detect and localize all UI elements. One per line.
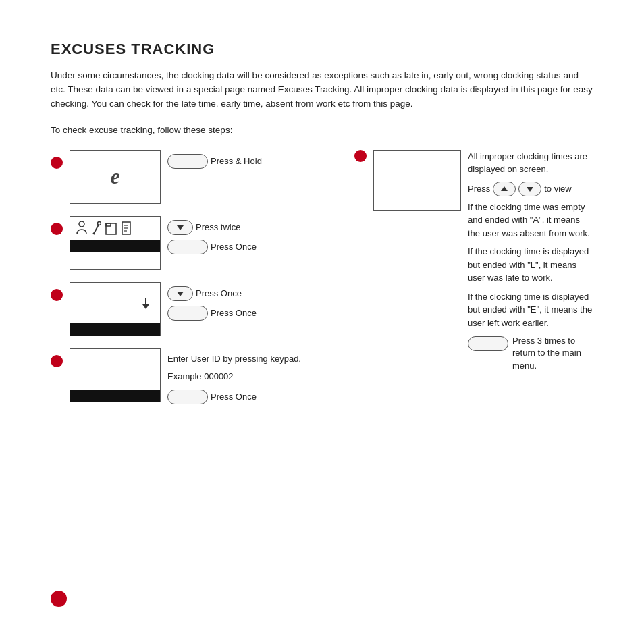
svg-point-0 xyxy=(79,221,84,227)
step-1-screen-content: e xyxy=(70,151,160,203)
right-desc-1: All improper clocking times are displaye… xyxy=(468,150,593,176)
follow-steps-text: To check excuse tracking, follow these s… xyxy=(51,125,593,135)
step-2-label-1: Press twice xyxy=(196,222,240,232)
right-screen xyxy=(373,150,461,211)
right-descriptions: All improper clocking times are displaye… xyxy=(468,150,593,372)
step-3-down-button xyxy=(167,286,193,301)
page-container: EXCUSES TRACKING Under some circumstance… xyxy=(0,0,644,445)
person-icon xyxy=(76,221,88,236)
left-column: e Press & Hold xyxy=(51,150,334,418)
intro-text: Under some circumstances, the clocking d… xyxy=(51,69,593,111)
press-3-label: Press 3 times to return to the main menu… xyxy=(512,335,593,372)
step-4-empty-area xyxy=(70,349,160,390)
doc-icon xyxy=(121,221,132,236)
step-1-screen: e xyxy=(70,150,161,204)
right-step-row: All improper clocking times are displaye… xyxy=(354,150,593,372)
step-4-oval-button xyxy=(167,390,208,404)
step-4-bullet xyxy=(51,355,63,367)
step-2-bar xyxy=(70,240,160,252)
step-3-btn-row-2: Press Once xyxy=(167,306,257,321)
step-2-screen xyxy=(70,216,161,270)
step-4-btn-row: Press Once xyxy=(167,390,301,404)
step-1-button xyxy=(167,154,208,169)
step-2-bullet xyxy=(51,223,63,235)
e-icon: e xyxy=(110,164,119,189)
enter-user-id-text: Enter User ID by pressing keypad. xyxy=(167,352,301,366)
folder-icon xyxy=(105,221,117,236)
step-3-down-arrow xyxy=(140,296,152,311)
step-2-down-button xyxy=(167,220,193,235)
svg-marker-13 xyxy=(177,292,184,296)
down-arrow-icon xyxy=(176,223,184,232)
step-4-bar xyxy=(70,390,160,402)
example-text: Example 000002 xyxy=(167,370,301,383)
svg-point-2 xyxy=(98,221,101,225)
down-arrow-icon-3 xyxy=(526,185,534,193)
svg-marker-14 xyxy=(501,186,508,191)
step-4-screen xyxy=(70,348,161,402)
step-4-instruction: Enter User ID by pressing keypad. Exampl… xyxy=(167,348,301,406)
wrench-icon xyxy=(92,221,101,236)
step-3-bar xyxy=(70,323,160,336)
svg-rect-5 xyxy=(106,223,111,226)
step-3-oval-button xyxy=(167,306,208,321)
svg-marker-15 xyxy=(527,187,533,192)
down-arrow-button xyxy=(518,182,541,196)
step-3-btn-row-1: Press Once xyxy=(167,286,257,301)
step-1-bullet xyxy=(51,157,63,169)
svg-marker-10 xyxy=(177,225,184,230)
step-4-label: Press Once xyxy=(211,390,257,404)
svg-line-3 xyxy=(93,233,95,234)
step-3-arrow-area xyxy=(70,283,160,323)
right-desc-2: If the clocking time was empty and ended… xyxy=(468,200,593,240)
page-title: EXCUSES TRACKING xyxy=(51,41,593,58)
right-column: All improper clocking times are displaye… xyxy=(354,150,593,380)
step-3-label-2: Press Once xyxy=(211,308,257,318)
svg-marker-12 xyxy=(142,304,149,309)
press-label: Press xyxy=(468,182,490,196)
step-2-label-2: Press Once xyxy=(211,242,257,252)
press-to-view-row: Press to view xyxy=(468,182,593,196)
step-2-oval-button xyxy=(167,240,208,254)
bottom-bullet xyxy=(51,591,67,607)
down-arrow-icon-2 xyxy=(176,290,184,298)
right-bullet xyxy=(354,150,367,162)
step-1-row: e Press & Hold xyxy=(51,150,334,204)
up-arrow-icon xyxy=(500,185,508,193)
main-columns: e Press & Hold xyxy=(51,150,593,418)
press-3-button xyxy=(468,336,508,351)
step-2-btn-row-2: Press Once xyxy=(167,240,257,254)
right-desc-4: If the clocking time is displayed but en… xyxy=(468,290,593,330)
step-4-row: Enter User ID by pressing keypad. Exampl… xyxy=(51,348,334,406)
step-1-instruction: Press & Hold xyxy=(167,150,262,170)
step-2-instruction: Press twice Press Once xyxy=(167,216,257,256)
step-1-btn-row: Press & Hold xyxy=(167,154,262,169)
to-view-label: to view xyxy=(544,182,571,196)
step-2-icons xyxy=(70,217,160,240)
step-3-screen xyxy=(70,282,161,336)
step-3-bullet xyxy=(51,289,63,301)
press-3-row: Press 3 times to return to the main menu… xyxy=(468,335,593,372)
step-3-instruction: Press Once Press Once xyxy=(167,282,257,322)
step-2-row: Press twice Press Once xyxy=(51,216,334,270)
up-arrow-button xyxy=(493,182,516,196)
step-3-label-1: Press Once xyxy=(196,288,242,298)
step-3-row: Press Once Press Once xyxy=(51,282,334,336)
right-desc-3: If the clocking time is displayed but en… xyxy=(468,245,593,285)
svg-line-1 xyxy=(94,225,99,234)
step-2-btn-row-1: Press twice xyxy=(167,220,257,235)
step-1-label: Press & Hold xyxy=(211,156,262,166)
